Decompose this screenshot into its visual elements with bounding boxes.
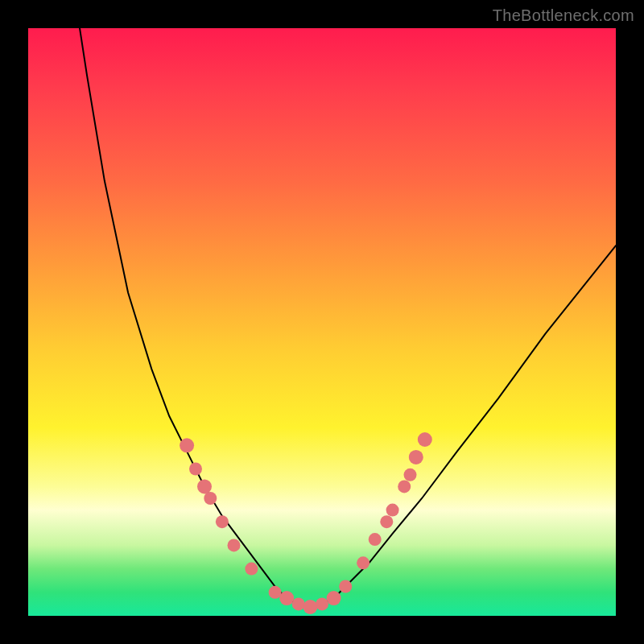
curve-marker-dot: [228, 539, 241, 551]
curve-marker-dot: [269, 586, 282, 599]
curve-marker-dot: [404, 469, 417, 481]
curve-marker-dot: [339, 580, 352, 593]
curve-marker-dot: [245, 563, 258, 576]
curve-marker-dot: [180, 438, 194, 452]
curve-layer: [28, 28, 616, 616]
curve-marker-dot: [279, 591, 294, 605]
curve-marker-dot: [189, 463, 202, 476]
curve-marker-dot: [327, 591, 341, 605]
curve-marker-dot: [357, 556, 369, 569]
curve-marker-dot: [398, 480, 411, 493]
plot-area: [28, 28, 616, 616]
curve-marker-dot: [418, 432, 432, 447]
curve-marker-dot: [316, 597, 328, 610]
bottleneck-curve: [75, 0, 616, 607]
chart-frame: TheBottleneck.com: [0, 0, 644, 644]
watermark-text: TheBottleneck.com: [493, 6, 634, 25]
curve-marker-dot: [216, 515, 229, 528]
curve-marker-dot: [409, 450, 423, 464]
curve-marker-dot: [380, 515, 393, 528]
curve-marker-dot: [303, 600, 317, 614]
curve-marker-dot: [197, 479, 212, 493]
curve-marker-dot: [386, 504, 399, 517]
curve-markers: [180, 432, 432, 614]
curve-marker-dot: [369, 533, 382, 546]
curve-marker-dot: [292, 597, 305, 610]
curve-marker-dot: [204, 492, 217, 505]
